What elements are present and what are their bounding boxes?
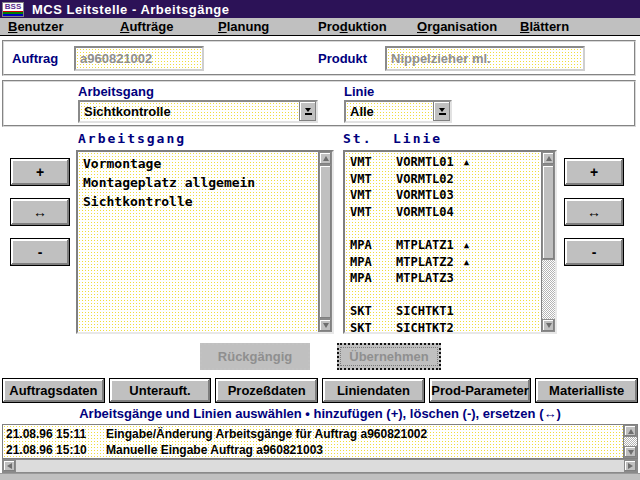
linie-combo-label: Linie: [344, 84, 374, 99]
nav-button[interactable]: Unterauft.: [109, 378, 212, 403]
app-window: BSS MCS Leitstelle - Arbeitsgänge Benutz…: [0, 0, 640, 480]
linie-list-item[interactable]: VMT VORMTL04: [350, 204, 541, 221]
nav-button[interactable]: Auftragsdaten: [2, 378, 105, 403]
scroll-down-icon[interactable]: [542, 319, 555, 332]
linie-combo-value: Alle: [346, 102, 433, 121]
linie-list-item[interactable]: SKT SICHTKT2: [350, 320, 541, 334]
log-timestamp: 21.08.96 15:11: [6, 426, 106, 442]
scroll-down-icon[interactable]: [319, 319, 332, 332]
window-title: MCS Leitstelle - Arbeitsgänge: [32, 2, 230, 17]
scroll-up-icon[interactable]: [542, 152, 555, 165]
arbeitsgang-listbox[interactable]: Vormontage Montageplatz allgemein Sichtk…: [76, 150, 334, 334]
right-list-header-linie: Linie: [393, 131, 442, 146]
left-list-header: Arbeitsgang: [78, 131, 186, 146]
linien-listbox[interactable]: VMT VORMTL01 ▲ VMT VORMTL02 VMT VORMTL03: [343, 150, 557, 334]
log-scrollbar-horizontal[interactable]: [2, 459, 638, 473]
linie-list-item[interactable]: VMT VORMTL01 ▲: [350, 154, 541, 171]
menu-item[interactable]: Aufträge: [120, 19, 173, 34]
log-timestamp: 21.08.96 15:10: [6, 442, 106, 458]
order-panel: Auftrag a960821002 Produkt Nippelzieher …: [2, 40, 636, 76]
linie-list-item[interactable]: [350, 287, 541, 304]
remove-arbeitsgang-button[interactable]: -: [10, 238, 70, 266]
assigned-marker-icon: ▲: [464, 237, 469, 254]
arbeitsgang-combobox[interactable]: Sichtkontrolle: [78, 100, 318, 123]
log-entry: 21.08.96 15:11Eingabe/Änderung Arbeitsgä…: [6, 426, 623, 442]
nav-button-row: Auftragsdaten Unterauft. Prozeßdaten Lin…: [2, 378, 638, 403]
log-scrollbar-vertical[interactable]: [623, 425, 637, 458]
add-arbeitsgang-button[interactable]: +: [10, 158, 70, 186]
product-label: Produkt: [318, 51, 367, 66]
scroll-up-icon[interactable]: [624, 425, 637, 437]
log-box[interactable]: 21.08.96 15:11Eingabe/Änderung Arbeitsgä…: [2, 424, 638, 459]
order-field: a960821002: [74, 46, 204, 71]
log-entry: 21.08.96 15:10Manuelle Eingabe Auftrag a…: [6, 442, 623, 458]
app-logo-text: BSS: [3, 3, 23, 11]
replace-arbeitsgang-button[interactable]: ↔: [10, 198, 70, 226]
linie-list-item[interactable]: MPA MTPLATZ3: [350, 270, 541, 287]
scroll-left-icon[interactable]: [3, 460, 16, 472]
linie-list-item[interactable]: MPA MTPLATZ1 ▲: [350, 237, 541, 254]
system-menu-icon[interactable]: BSS: [2, 2, 24, 17]
linie-list-item[interactable]: [350, 220, 541, 237]
nav-button[interactable]: Materialliste: [535, 378, 638, 403]
nav-button[interactable]: Prozeßdaten: [215, 378, 318, 403]
linie-combo-dropdown-icon[interactable]: [433, 102, 450, 121]
scroll-right-icon[interactable]: [624, 460, 637, 472]
assigned-marker-icon: ▲: [464, 154, 469, 171]
linie-list-item[interactable]: SKT SICHTKT1: [350, 303, 541, 320]
arbeitsgang-list-item[interactable]: Montageplatz allgemein: [83, 173, 318, 192]
remove-linie-button[interactable]: -: [564, 238, 624, 266]
product-field: Nippelzieher ml.: [385, 46, 585, 71]
arbeitsgang-list-item[interactable]: Sichtkontrolle: [83, 192, 318, 211]
nav-button[interactable]: Liniendaten: [322, 378, 425, 403]
menu-item[interactable]: Planung: [218, 19, 269, 34]
arbeitsgang-combo-dropdown-icon[interactable]: [299, 102, 316, 121]
menu-item[interactable]: Blättern: [520, 19, 569, 34]
logo-stripe-blue: [3, 14, 23, 16]
filter-panel: Arbeitsgang Sichtkontrolle Linie Alle: [2, 80, 636, 127]
scroll-down-icon[interactable]: [624, 446, 637, 458]
menu-item[interactable]: Benutzer: [8, 19, 64, 34]
title-bar: BSS MCS Leitstelle - Arbeitsgänge: [0, 0, 640, 18]
scroll-up-icon[interactable]: [319, 152, 332, 165]
status-line: Arbeitsgänge und Linien auswählen • hinz…: [0, 406, 640, 421]
log-message: Manuelle Eingabe Auftrag a960821003: [106, 443, 323, 457]
linie-list-item[interactable]: VMT VORMTL03: [350, 187, 541, 204]
order-label: Auftrag: [12, 51, 58, 66]
undo-button[interactable]: Rückgängig: [200, 343, 310, 370]
assigned-marker-icon: ▲: [464, 254, 469, 271]
apply-button[interactable]: Übernehmen: [337, 343, 441, 370]
add-linie-button[interactable]: +: [564, 158, 624, 186]
arbeitsgang-list-item[interactable]: Vormontage: [83, 154, 318, 173]
window-bottom-edge: [0, 473, 640, 480]
apply-button-label: Übernehmen: [340, 347, 437, 366]
scrollbar-thumb[interactable]: [542, 165, 555, 260]
linien-list-scrollbar[interactable]: [541, 152, 555, 332]
arbeitsgang-combo-value: Sichtkontrolle: [80, 102, 299, 121]
nav-button[interactable]: Prod-Parameter: [429, 378, 532, 403]
menu-item[interactable]: Produktion: [318, 19, 387, 34]
arbeitsgang-combo-label: Arbeitsgang: [78, 84, 154, 99]
arbeitsgang-list-scrollbar[interactable]: [318, 152, 332, 332]
linie-combobox[interactable]: Alle: [344, 100, 452, 123]
linie-list-item[interactable]: VMT VORMTL02: [350, 171, 541, 188]
log-message: Eingabe/Änderung Arbeitsgänge für Auftra…: [106, 427, 427, 441]
menu-bar: Benutzer Aufträge Planung Produktion Org…: [0, 18, 640, 36]
replace-linie-button[interactable]: ↔: [564, 198, 624, 226]
linie-list-item[interactable]: MPA MTPLATZ2 ▲: [350, 254, 541, 271]
right-list-header-st: St.: [343, 131, 372, 146]
scrollbar-thumb[interactable]: [319, 165, 332, 319]
menu-item[interactable]: Organisation: [417, 19, 497, 34]
